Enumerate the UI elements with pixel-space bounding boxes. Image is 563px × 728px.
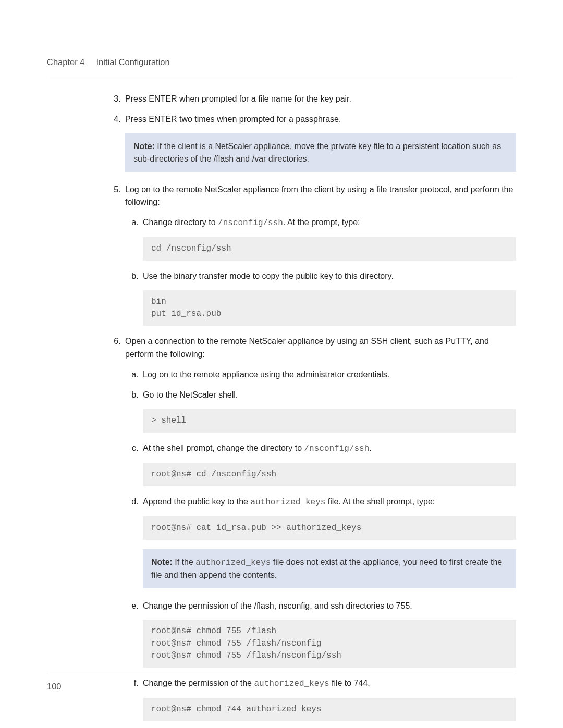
step-6b-text: Go to the NetScaler shell. xyxy=(143,390,238,399)
note-text: If the client is a NetScaler appliance, … xyxy=(133,142,501,163)
note-label-2: Note: xyxy=(151,558,173,566)
step-5-sublist: Change directory to /nsconfig/ssh. At th… xyxy=(125,216,516,326)
step-5a: Change directory to /nsconfig/ssh. At th… xyxy=(141,216,516,261)
step-6e: Change the permission of the /flash, nsc… xyxy=(141,600,516,668)
code-block-6d: root@ns# cat id_rsa.pub >> authorized_ke… xyxy=(143,516,516,540)
page-footer: 100 xyxy=(47,672,516,692)
page-header: Chapter 4 Initial Configuration xyxy=(47,57,516,78)
code-block-5b: bin put id_rsa.pub xyxy=(143,290,516,326)
step-6b: Go to the NetScaler shell. > shell xyxy=(141,389,516,433)
step-6d-post: file. At the shell prompt, type: xyxy=(325,497,435,506)
step-6c: At the shell prompt, change the director… xyxy=(141,442,516,486)
note-box-1: Note: If the client is a NetScaler appli… xyxy=(125,133,516,172)
step-5a-post: . At the prompt, type: xyxy=(283,218,360,227)
step-5a-code-inline: /nsconfig/ssh xyxy=(218,218,283,228)
step-5a-pre: Change directory to xyxy=(143,218,218,227)
step-6c-post: . xyxy=(369,443,371,452)
chapter-label: Chapter 4 xyxy=(47,57,84,67)
code-block-6c: root@ns# cd /nsconfig/ssh xyxy=(143,463,516,486)
chapter-title: Initial Configuration xyxy=(96,57,169,67)
note2-pre: If the xyxy=(173,558,195,566)
step-6d: Append the public key to the authorized_… xyxy=(141,496,516,588)
note-box-2: Note: If the authorized_keys file does n… xyxy=(143,549,516,588)
step-6d-pre: Append the public key to the xyxy=(143,497,250,506)
code-block-6e: root@ns# chmod 755 /flash root@ns# chmod… xyxy=(143,620,516,668)
step-4: Press ENTER two times when prompted for … xyxy=(123,113,516,172)
step-5b-text: Use the binary transfer mode to copy the… xyxy=(143,272,394,280)
step-6c-code-inline: /nsconfig/ssh xyxy=(304,444,370,453)
note-label: Note: xyxy=(133,142,155,151)
step-6e-text: Change the permission of the /flash, nsc… xyxy=(143,601,412,610)
step-4-text: Press ENTER two times when prompted for … xyxy=(125,115,341,124)
step-6-text: Open a connection to the remote NetScale… xyxy=(125,337,489,359)
code-block-6b: > shell xyxy=(143,409,516,433)
step-6a: Log on to the remote appliance using the… xyxy=(141,368,516,381)
note2-code-inline: authorized_keys xyxy=(195,558,271,567)
procedure-list: Press ENTER when prompted for a file nam… xyxy=(109,93,516,721)
step-6c-pre: At the shell prompt, change the director… xyxy=(143,443,304,452)
step-3: Press ENTER when prompted for a file nam… xyxy=(123,93,516,106)
code-block-5a: cd /nsconfig/ssh xyxy=(143,237,516,261)
page-content: Press ENTER when prompted for a file nam… xyxy=(47,78,516,721)
code-block-6f: root@ns# chmod 744 authorized_keys xyxy=(143,698,516,721)
page-number: 100 xyxy=(47,682,62,691)
step-6-sublist: Log on to the remote appliance using the… xyxy=(125,368,516,721)
document-page: Chapter 4 Initial Configuration Press EN… xyxy=(0,0,563,728)
step-5-text: Log on to the remote NetScaler appliance… xyxy=(125,185,513,207)
step-5b: Use the binary transfer mode to copy the… xyxy=(141,270,516,326)
step-6: Open a connection to the remote NetScale… xyxy=(123,335,516,721)
step-6d-code-inline: authorized_keys xyxy=(250,498,325,507)
step-5: Log on to the remote NetScaler appliance… xyxy=(123,183,516,326)
